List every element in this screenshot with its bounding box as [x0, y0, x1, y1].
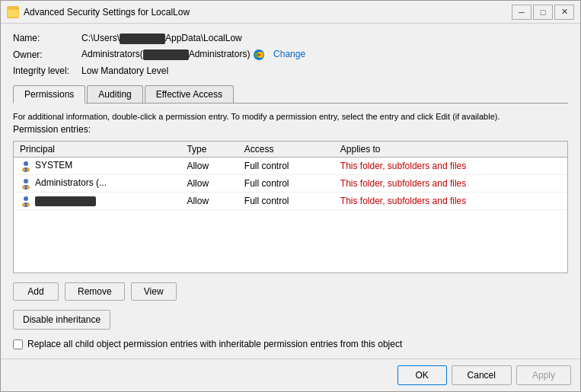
remove-button[interactable]: Remove	[65, 282, 125, 301]
permission-buttons-row: Add Remove View	[13, 282, 568, 301]
svg-rect-2	[8, 10, 18, 17]
titlebar: Advanced Security Settings for LocalLow …	[1, 1, 580, 24]
cell-principal	[14, 193, 180, 210]
svg-point-18	[27, 203, 30, 206]
permissions-tab-content: For additional information, double-click…	[13, 107, 568, 138]
cell-applies-to: This folder, subfolders and files	[334, 175, 567, 193]
cell-applies-to: This folder, subfolders and files	[334, 158, 567, 175]
cell-type: Allow	[180, 175, 238, 193]
bottom-bar: OK Cancel Apply	[1, 359, 580, 391]
window-title: Advanced Security Settings for LocalLow	[24, 7, 512, 18]
col-applies-to: Applies to	[334, 142, 567, 158]
apply-button[interactable]: Apply	[516, 365, 571, 385]
svg-point-6	[257, 53, 260, 56]
tab-effective-access[interactable]: Effective Access	[145, 85, 234, 103]
name-row: Name: C:\Users\ AppData\LocalLow	[13, 33, 568, 44]
svg-point-17	[22, 203, 25, 206]
user-icon	[20, 177, 32, 190]
svg-point-15	[24, 196, 28, 201]
content-area: Name: C:\Users\ AppData\LocalLow Owner: …	[1, 24, 580, 359]
table-row[interactable]: AllowFull controlThis folder, subfolders…	[14, 193, 567, 210]
disable-inheritance-button[interactable]: Disable inheritance	[13, 310, 110, 330]
close-button[interactable]: ✕	[554, 5, 574, 20]
ok-button[interactable]: OK	[397, 365, 447, 385]
integrity-label: Integrity level:	[13, 65, 81, 76]
owner-row: Owner: Administrators( Administrators) C…	[13, 49, 568, 61]
name-label: Name:	[13, 33, 81, 43]
principal-name: Administrators (...	[35, 177, 107, 188]
tab-auditing[interactable]: Auditing	[87, 85, 142, 103]
cell-principal: Administrators (...	[14, 175, 180, 193]
name-value: C:\Users\ AppData\LocalLow	[81, 33, 242, 44]
name-redacted	[120, 33, 165, 44]
principal-name	[35, 195, 96, 206]
info-text: For additional information, double-click…	[13, 111, 568, 123]
folder-icon	[7, 6, 19, 18]
user-icon	[20, 160, 32, 172]
svg-point-9	[22, 168, 25, 171]
col-principal: Principal	[14, 142, 180, 158]
change-link[interactable]: Change	[273, 49, 305, 59]
add-button[interactable]: Add	[13, 282, 59, 301]
cell-type: Allow	[180, 158, 238, 175]
maximize-button[interactable]: □	[533, 5, 553, 20]
main-window: Advanced Security Settings for LocalLow …	[0, 0, 581, 392]
table-row[interactable]: Administrators (...AllowFull controlThis…	[14, 175, 567, 193]
minimize-button[interactable]: ─	[512, 5, 532, 20]
section-label: Permission entries:	[13, 124, 568, 135]
cell-principal: SYSTEM	[14, 158, 180, 175]
view-button[interactable]: View	[131, 282, 177, 301]
integrity-value: Low Mandatory Level	[81, 65, 168, 76]
cell-access: Full control	[238, 158, 334, 175]
tab-permissions[interactable]: Permissions	[13, 85, 85, 104]
svg-point-13	[22, 186, 25, 189]
tabs-container: Permissions Auditing Effective Access	[13, 85, 568, 104]
table-header-row: Principal Type Access Applies to	[14, 142, 567, 158]
user-icon	[20, 195, 32, 207]
cell-type: Allow	[180, 193, 238, 210]
disable-inheritance-container: Disable inheritance	[13, 304, 568, 330]
cancel-button[interactable]: Cancel	[452, 365, 512, 385]
svg-point-14	[27, 186, 30, 189]
checkbox-label: Replace all child object permission entr…	[27, 339, 402, 349]
replace-permissions-checkbox[interactable]	[13, 339, 23, 349]
principal-name: SYSTEM	[35, 160, 72, 171]
integrity-row: Integrity level: Low Mandatory Level	[13, 65, 568, 76]
col-access: Access	[238, 142, 334, 158]
window-controls: ─ □ ✕	[512, 5, 574, 20]
svg-point-10	[27, 168, 30, 171]
col-type: Type	[180, 142, 238, 158]
owner-label: Owner:	[13, 49, 81, 60]
cell-applies-to: This folder, subfolders and files	[334, 193, 567, 210]
cell-access: Full control	[238, 193, 334, 210]
owner-redacted	[143, 49, 189, 60]
svg-point-11	[24, 179, 28, 183]
table-row[interactable]: SYSTEMAllowFull controlThis folder, subf…	[14, 158, 567, 175]
owner-value: Administrators( Administrators) Change	[81, 49, 305, 61]
checkbox-row: Replace all child object permission entr…	[13, 339, 568, 349]
svg-point-7	[24, 161, 28, 166]
cell-access: Full control	[238, 175, 334, 193]
permission-table: Principal Type Access Applies to SYSTEMA…	[14, 142, 567, 210]
permission-table-wrapper[interactable]: Principal Type Access Applies to SYSTEMA…	[13, 141, 568, 273]
shield-icon	[253, 49, 265, 61]
